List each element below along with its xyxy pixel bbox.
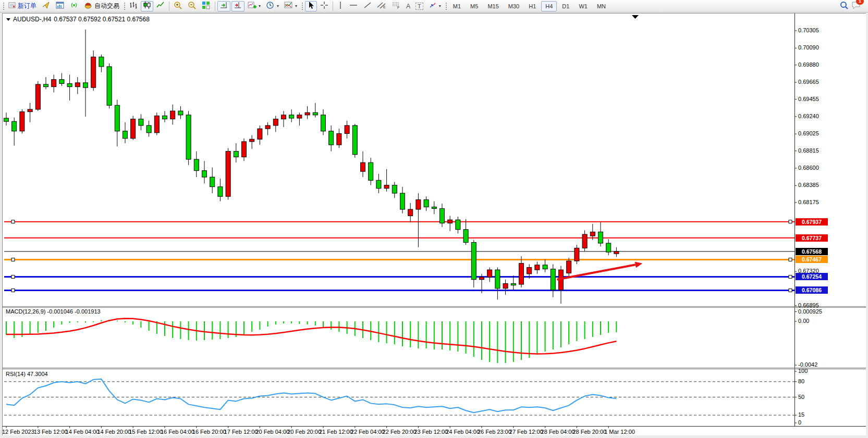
channel-tool-button[interactable]: E [375,1,388,11]
candle [250,139,254,142]
periods-button[interactable]: ▾ [264,1,281,11]
dropdown-caret-icon: ▾ [295,4,297,8]
vertical-line-tool-button[interactable] [335,1,346,11]
macd-axis-tick: 0.000925 [798,308,822,315]
macd-axis-tick: -0.0042 [798,361,817,368]
candle [369,162,373,180]
candlestick-chart-button[interactable] [141,1,153,11]
candle [234,151,238,157]
indicators-add-icon [248,1,256,11]
chart-title[interactable]: AUDUSD-,H4 0.67537 0.67592 0.67521 0.675… [6,16,150,23]
text-tool-button[interactable]: A [404,1,412,11]
chart-canvas[interactable] [0,12,868,438]
toolbar-grip[interactable] [123,2,126,11]
timeframe-label: W1 [577,3,590,9]
timeframe-button-mn[interactable]: MN [593,1,610,11]
auto-trading-icon [84,1,93,11]
rsi-axis-tick: 0 [798,419,801,426]
horizontal-line-tool-button[interactable] [347,1,360,11]
new-order-icon [8,2,16,10]
tile-windows-button[interactable] [200,1,213,11]
horizontal-line-icon [349,1,358,11]
price-line-badge: 0.67937 [796,218,828,226]
zoom-out-button[interactable] [186,1,199,11]
timeframe-button-m30[interactable]: M30 [504,1,523,11]
bar-chart-button[interactable] [127,1,140,11]
price-line-badge: 0.67254 [796,273,828,280]
trendline-tool-button[interactable] [361,1,374,11]
main-toolbar: 新订单 自动交易 [0,0,868,12]
line-chart-button[interactable] [154,1,167,11]
candle [329,131,334,145]
toolbar-grip[interactable] [445,2,447,11]
price-axis-tick: 0.69665 [798,79,819,85]
price-axis-tick: 0.69240 [798,113,819,119]
candle [495,270,500,289]
candle [376,180,381,188]
chart-window[interactable]: AUDUSD-,H4 0.67537 0.67592 0.67521 0.675… [0,12,868,438]
candle [424,199,429,207]
candle [606,243,611,252]
timeframe-label: MN [595,3,608,9]
auto-scroll-icon [219,1,228,11]
arrows-tool-button[interactable]: ▾ [426,1,443,11]
candle [582,234,587,248]
new-order-button[interactable]: 新订单 [6,1,39,11]
dropdown-caret-icon: ▾ [439,4,441,8]
timeframe-button-m15[interactable]: M15 [483,1,503,11]
symbol-dropdown-icon[interactable] [6,18,10,21]
candle [384,185,389,189]
candle [154,116,159,133]
signals-button[interactable] [68,1,81,11]
candle [123,131,128,139]
zoom-in-button[interactable] [172,1,185,11]
toolbar-separator [169,2,169,11]
dropdown-caret-icon: ▾ [259,4,261,8]
candle [131,119,136,139]
candle [258,129,262,139]
templates-button[interactable]: ▾ [282,1,299,11]
candle [289,115,294,118]
chart-window-button[interactable] [54,1,67,11]
candle [210,177,215,187]
text-label-tool-button[interactable]: T [413,1,425,11]
candle [186,115,191,159]
toolbar-grip[interactable] [2,2,5,11]
fibonacci-tool-button[interactable]: F [389,1,403,11]
new-order-label: 新订单 [18,2,36,10]
timeframe-button-h4[interactable]: H4 [541,1,557,11]
auto-trading-button[interactable]: 自动交易 [82,1,121,11]
timeframe-button-m5[interactable]: M5 [466,1,482,11]
crosshair-button[interactable] [318,1,331,11]
quick-trade-button[interactable] [40,1,53,11]
candle [614,252,619,254]
time-axis-label: 17 Feb 12:00 [224,429,258,435]
timeframe-label: M30 [506,3,521,9]
text-icon: A [406,3,410,10]
indicators-button[interactable]: ▾ [246,1,263,11]
toolbar-grip[interactable] [301,2,303,11]
zoom-in-icon [174,1,182,11]
search-button[interactable] [837,1,851,11]
notification-badge: 1 [856,0,864,5]
candle [598,232,603,243]
time-axis-label: 12 Feb 2023 [2,429,34,435]
price-line-badge: 0.67568 [796,248,828,255]
timeframe-button-w1[interactable]: W1 [574,1,592,11]
candle [178,111,183,115]
chart-shift-button[interactable] [231,1,244,11]
candle [463,230,468,243]
time-axis-label: 1 Mar 12:00 [604,429,635,435]
timeframe-button-d1[interactable]: D1 [558,1,573,11]
candle [590,232,595,236]
notifications-button[interactable]: 1 [851,1,862,12]
candle [170,111,175,119]
bar-chart-icon [129,1,138,11]
cursor-button[interactable] [305,1,317,11]
auto-scroll-button[interactable] [217,1,230,11]
time-axis-label: 21 Feb 12:00 [319,429,353,435]
timeframe-button-m1[interactable]: M1 [449,1,465,11]
rsi-axis-tick: 15 [798,411,804,418]
timeframe-button-h1[interactable]: H1 [524,1,540,11]
candle [52,80,56,87]
